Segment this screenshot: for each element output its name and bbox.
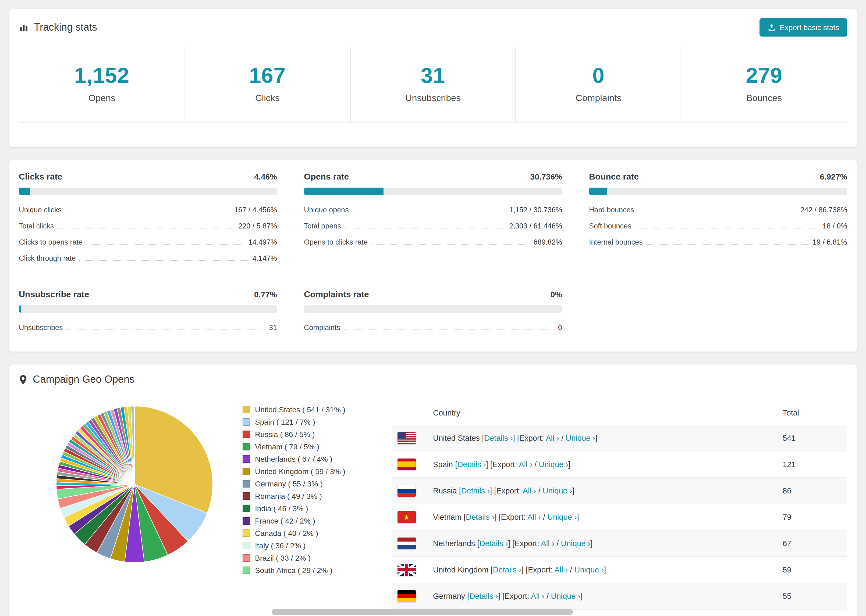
stats-strip: 1,152Opens167Clicks31Unsubscribes0Compla… [19,47,847,123]
rate-row-label: Unsubscribes [19,323,63,332]
legend-swatch [242,418,250,426]
legend-label: Vietnam ( 79 / 5% ) [255,442,319,451]
legend-label: United States ( 541 / 31% ) [255,405,345,413]
legend-item[interactable]: Italy ( 36 / 2% ) [242,539,372,552]
rate-row-soft-bounces: Soft bounces18 / 0% [589,218,847,234]
country-total: 86 [777,478,847,504]
legend-item[interactable]: Russia ( 86 / 5% ) [242,428,372,440]
dotted-leader [343,329,555,330]
stat-label: Clicks [185,93,350,104]
table-row-spain: Spain [Details ›] [Export: All › / Uniqu… [392,451,847,478]
export-all-link[interactable]: All › [527,513,541,522]
legend-label: Russia ( 86 / 5% ) [255,430,315,438]
rates-card: Clicks rate4.46%Unique clicks167 / 4.456… [9,160,857,352]
dotted-leader [635,228,819,228]
de-flag-icon [397,590,416,602]
rate-block-complaints-rate: Complaints rate0%Complaints0 [304,290,562,335]
vn-flag-icon [397,511,416,523]
rate-title: Bounce rate [589,172,639,182]
legend-label: India ( 46 / 3% ) [255,504,308,512]
legend-label: Spain ( 121 / 7% ) [255,417,315,426]
legend-item[interactable]: Vietnam ( 79 / 5% ) [242,440,372,453]
legend-swatch [242,480,250,487]
export-basic-stats-label: Export basic stats [780,23,839,32]
stat-label: Bounces [682,93,847,104]
horizontal-scrollbar-thumb[interactable] [272,609,573,615]
details-link[interactable]: Details › [466,513,494,522]
stat-box-bounces: 279Bounces [682,47,847,122]
dotted-leader [65,212,231,212]
country-name: Germany [433,592,465,600]
rate-row-total-opens: Total opens2,303 / 61.446% [304,218,562,234]
legend-label: Italy ( 36 / 2% ) [255,541,305,550]
rate-progress-bar [19,305,277,313]
stat-value: 31 [350,63,516,88]
stat-box-unsubscribes: 31Unsubscribes [350,47,516,122]
export-unique-link[interactable]: Unique › [551,592,580,600]
country-column-header: Country [428,401,777,425]
legend-label: Germany ( 55 / 3% ) [255,479,323,488]
export-all-link[interactable]: All › [519,460,532,469]
legend-item[interactable]: Romania ( 49 / 3% ) [242,490,372,502]
rate-row-label: Unique clicks [19,206,61,214]
details-link[interactable]: Details › [461,486,490,495]
export-basic-stats-button[interactable]: Export basic stats [759,18,847,36]
rate-row-unique-opens: Unique opens1,152 / 30.736% [304,201,562,218]
details-link[interactable]: Details › [493,566,521,574]
rate-row-value: 4.147% [252,254,277,262]
export-all-link[interactable]: All › [531,592,544,600]
legend-item[interactable]: United Kingdom ( 59 / 3% ) [242,465,372,477]
rate-row-value: 18 / 0% [822,222,847,230]
country-total: 121 [777,451,847,478]
rate-row-label: Internal bounces [589,238,643,246]
legend-item[interactable]: India ( 46 / 3% ) [242,502,372,514]
export-all-link[interactable]: All › [546,434,559,442]
rate-block-opens-rate: Opens rate30.736%Unique opens1,152 / 30.… [304,172,562,266]
country-name: United Kingdom [433,566,488,574]
details-link[interactable]: Details › [484,434,513,442]
details-link[interactable]: Details › [469,592,498,600]
export-unique-link[interactable]: Unique › [547,513,577,522]
export-unique-link[interactable]: Unique › [561,539,590,548]
export-all-link[interactable]: All › [554,566,568,574]
export-unique-link[interactable]: Unique › [543,486,572,495]
legend-item[interactable]: South Africa ( 29 / 2% ) [242,564,372,576]
export-unique-link[interactable]: Unique › [565,434,595,442]
legend-swatch [242,405,250,413]
details-link[interactable]: Details › [480,539,508,548]
details-link[interactable]: Details › [457,460,486,469]
legend-item[interactable]: Canada ( 40 / 2% ) [242,527,372,539]
rate-progress-bar [589,188,847,195]
legend-item[interactable]: Spain ( 121 / 7% ) [242,415,372,428]
legend-item[interactable]: France ( 42 / 2% ) [242,514,372,527]
legend-item[interactable]: Brazil ( 33 / 2% ) [242,552,372,564]
rate-row-opens-to-clicks-rate: Opens to clicks rate689.82% [304,234,562,250]
legend-swatch [242,566,250,574]
legend-label: Netherlands ( 67 / 4% ) [255,454,332,463]
geo-table-header-row: Country Total [392,401,847,425]
rate-row-value: 689.82% [533,238,562,246]
legend-label: South Africa ( 29 / 2% ) [255,566,332,574]
geo-pie-chart[interactable] [52,402,217,567]
rate-progress-bar [304,305,562,313]
legend-item[interactable]: Netherlands ( 67 / 4% ) [242,453,372,465]
legend-swatch [242,492,250,500]
table-row-russia: Russia [Details ›] [Export: All › / Uniq… [392,478,847,504]
stat-label: Unsubscribes [350,93,516,104]
legend-swatch [242,504,250,512]
tracking-stats-card: Tracking stats Export basic stats 1,152O… [9,9,857,148]
legend-item[interactable]: United States ( 541 / 31% ) [242,403,372,415]
dotted-leader [352,212,506,212]
legend-item[interactable]: Germany ( 55 / 3% ) [242,477,372,490]
stat-value: 167 [185,63,350,88]
export-all-link[interactable]: All › [541,539,554,548]
export-unique-link[interactable]: Unique › [575,566,604,574]
rates-grid: Clicks rate4.46%Unique clicks167 / 4.456… [19,172,847,335]
legend-label: United Kingdom ( 59 / 3% ) [255,467,345,475]
export-unique-link[interactable]: Unique › [539,460,568,469]
tracking-stats-title-text: Tracking stats [34,22,97,33]
rate-row-internal-bounces: Internal bounces19 / 6.81% [589,234,847,250]
table-row-netherlands: Netherlands [Details ›] [Export: All › /… [392,530,847,556]
export-all-link[interactable]: All › [523,486,536,495]
map-pin-icon [19,374,27,385]
